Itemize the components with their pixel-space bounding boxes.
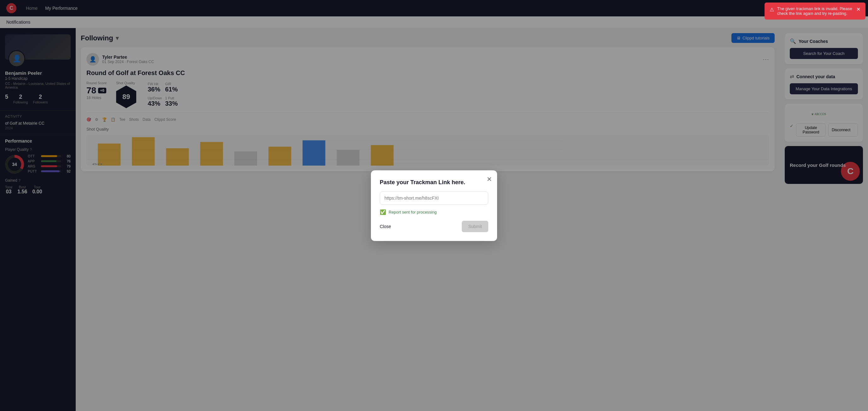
success-check-icon: ✅ (380, 209, 386, 215)
error-toast: ⚠ The given trackman link is invalid. Pl… (765, 2, 866, 20)
modal-success-message: ✅ Report sent for processing (380, 209, 488, 215)
modal-submit-button[interactable]: Submit (462, 221, 488, 232)
trackman-link-input[interactable] (380, 191, 488, 205)
modal-overlay[interactable]: Paste your Trackman Link here. ✕ ✅ Repor… (0, 0, 868, 411)
modal-actions: Close Submit (380, 221, 488, 232)
modal-title: Paste your Trackman Link here. (380, 179, 488, 186)
trackman-modal: Paste your Trackman Link here. ✕ ✅ Repor… (371, 170, 497, 241)
modal-close-button[interactable]: Close (380, 224, 391, 229)
toast-message: The given trackman link is invalid. Plea… (777, 6, 853, 16)
success-text: Report sent for processing (389, 210, 436, 215)
toast-close-icon[interactable]: ✕ (856, 6, 861, 12)
modal-close-x-button[interactable]: ✕ (487, 176, 492, 183)
toast-warning-icon: ⚠ (770, 7, 774, 12)
